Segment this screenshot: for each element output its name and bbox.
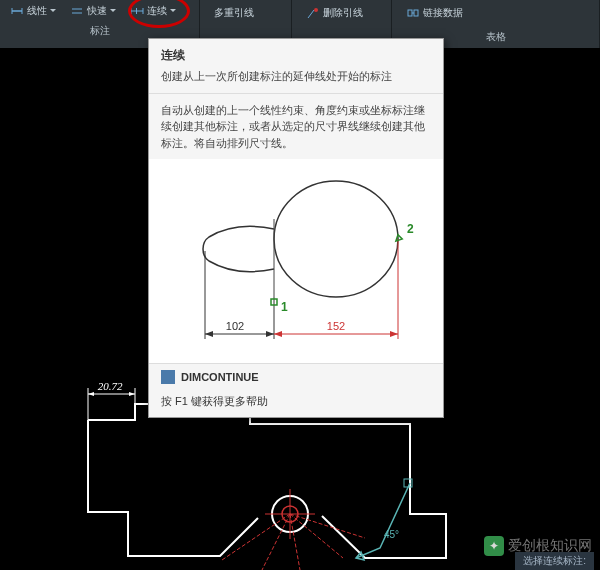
dimension-annotation: 20.72 bbox=[88, 380, 135, 420]
quick-dim-button[interactable]: 快速 bbox=[64, 2, 122, 20]
dim-value: 152 bbox=[327, 320, 345, 332]
watermark-icon: ✦ bbox=[484, 536, 504, 556]
svg-line-30 bbox=[262, 514, 290, 570]
watermark: ✦ 爱创根知识网 bbox=[484, 536, 592, 556]
button-label: 快速 bbox=[87, 4, 107, 18]
linear-icon bbox=[10, 4, 24, 18]
svg-line-33 bbox=[290, 514, 365, 538]
delete-icon bbox=[306, 6, 320, 20]
command-icon bbox=[161, 370, 175, 384]
button-label: 链接数据 bbox=[423, 6, 463, 20]
tooltip-diagram: 102 152 1 2 bbox=[149, 159, 443, 363]
angle-value: 45° bbox=[384, 529, 399, 540]
tooltip-footer: DIMCONTINUE bbox=[149, 363, 443, 390]
button-label: 多重引线 bbox=[214, 6, 254, 20]
marker-label: 1 bbox=[281, 300, 288, 314]
dropdown-arrow-icon bbox=[170, 9, 176, 13]
dropdown-arrow-icon bbox=[110, 9, 116, 13]
quick-icon bbox=[70, 4, 84, 18]
tooltip-panel: 连续 创建从上一次所创建标注的延伸线处开始的标注 自动从创建的上一个线性约束、角… bbox=[148, 38, 444, 418]
tooltip-title: 连续 bbox=[149, 39, 443, 68]
button-label: 线性 bbox=[27, 4, 47, 18]
linear-dim-button[interactable]: 线性 bbox=[4, 2, 62, 20]
dropdown-arrow-icon bbox=[50, 9, 56, 13]
marker-label: 2 bbox=[407, 222, 414, 236]
mleader-button[interactable]: 多重引线 bbox=[208, 4, 260, 22]
svg-point-14 bbox=[274, 181, 398, 297]
button-label: 删除引线 bbox=[323, 6, 363, 20]
svg-rect-11 bbox=[408, 10, 412, 16]
button-label: 连续 bbox=[147, 4, 167, 18]
link-data-button[interactable]: 链接数据 bbox=[400, 4, 469, 22]
svg-line-32 bbox=[290, 514, 343, 558]
svg-point-10 bbox=[314, 8, 318, 12]
svg-rect-12 bbox=[414, 10, 418, 16]
svg-line-31 bbox=[290, 514, 300, 570]
dim-value: 102 bbox=[226, 320, 244, 332]
continue-icon bbox=[130, 4, 144, 18]
dimension-value: 20.72 bbox=[98, 380, 123, 392]
radial-construction-lines bbox=[222, 514, 365, 570]
tooltip-body: 自动从创建的上一个线性约束、角度约束或坐标标注继续创建其他标注，或者从选定的尺寸… bbox=[149, 93, 443, 160]
tooltip-description: 创建从上一次所创建标注的延伸线处开始的标注 bbox=[149, 68, 443, 93]
continue-dim-button[interactable]: 连续 bbox=[124, 2, 182, 20]
delete-leader-button[interactable]: 删除引线 bbox=[300, 4, 369, 22]
command-name: DIMCONTINUE bbox=[181, 371, 259, 383]
tooltip-help: 按 F1 键获得更多帮助 bbox=[149, 390, 443, 417]
angle-annotation: 45° bbox=[356, 479, 412, 560]
watermark-text: 爱创根知识网 bbox=[508, 537, 592, 555]
link-icon bbox=[406, 6, 420, 20]
